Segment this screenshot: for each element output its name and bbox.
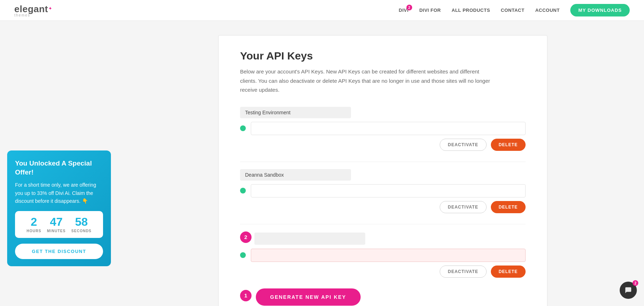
api-actions-3: DEACTIVATE DELETE (240, 266, 526, 278)
navbar: elegant✦ themes DIVI 2 DIVI FOR ALL PROD… (0, 0, 644, 21)
promo-panel: You Unlocked A Special Offer! For a shor… (7, 150, 111, 266)
api-actions-1: DEACTIVATE DELETE (240, 139, 526, 151)
promo-title: You Unlocked A Special Offer! (15, 159, 103, 177)
api-status-dot-3 (240, 252, 246, 258)
api-key-row-3 (240, 249, 526, 262)
deactivate-button-1[interactable]: DEACTIVATE (440, 139, 487, 151)
chat-icon (624, 286, 632, 294)
seconds-label: SECONDS (71, 229, 91, 233)
deactivate-button-2[interactable]: DEACTIVATE (440, 201, 487, 213)
timer-seconds: 58 SECONDS (71, 216, 91, 233)
generate-api-key-button[interactable]: GENERATE NEW API KEY (256, 288, 361, 306)
nav-divi[interactable]: DIVI 2 (399, 8, 409, 13)
timer-hours: 2 HOURS (26, 216, 41, 233)
divi-badge: 2 (406, 5, 412, 10)
chat-badge: 2 (633, 280, 638, 286)
my-downloads-button[interactable]: MY DOWNLOADS (570, 4, 630, 16)
delete-button-3[interactable]: DELETE (491, 266, 526, 278)
generate-btn-wrap: 1 GENERATE NEW API KEY (240, 288, 526, 306)
navbar-links: DIVI 2 DIVI FOR ALL PRODUCTS CONTACT ACC… (399, 4, 630, 16)
logo: elegant✦ themes (14, 4, 52, 17)
api-name-input-2[interactable] (240, 169, 351, 181)
divider-1 (240, 162, 526, 162)
api-entry-2: DEACTIVATE DELETE (240, 169, 526, 213)
api-entry-1: DEACTIVATE DELETE (240, 107, 526, 151)
step-badge-entry-3: 2 (240, 231, 252, 243)
seconds-value: 58 (71, 216, 91, 228)
page-title: Your API Keys (240, 50, 526, 62)
minutes-label: MINUTES (47, 229, 65, 233)
nav-account[interactable]: ACCOUNT (535, 8, 560, 13)
page-container: You Unlocked A Special Offer! For a shor… (89, 21, 555, 306)
promo-timer: 2 HOURS 47 MINUTES 58 SECONDS (15, 211, 103, 238)
api-key-field-2[interactable] (251, 184, 526, 197)
hours-label: HOURS (26, 229, 41, 233)
deactivate-button-3[interactable]: DEACTIVATE (440, 266, 487, 278)
content-area: Your API Keys Below are your account's A… (218, 35, 547, 306)
api-key-row-2 (240, 184, 526, 197)
minutes-value: 47 (47, 216, 65, 228)
chat-widget[interactable]: 2 (620, 282, 637, 299)
api-status-dot-2 (240, 188, 246, 193)
api-status-dot-1 (240, 125, 246, 131)
api-key-field-3[interactable] (251, 249, 526, 262)
delete-button-2[interactable]: DELETE (491, 201, 526, 213)
api-name-placeholder-3 (254, 233, 365, 245)
page-description: Below are your account's API Keys. New A… (240, 67, 491, 95)
promo-body: For a short time only, we are offering y… (15, 181, 103, 205)
timer-minutes: 47 MINUTES (47, 216, 65, 233)
nav-divi-for[interactable]: DIVI FOR (419, 8, 441, 13)
hours-value: 2 (26, 216, 41, 228)
api-entry-3: 2 DEACTIVATE DELETE (240, 231, 526, 278)
api-actions-2: DEACTIVATE DELETE (240, 201, 526, 213)
api-key-row-1 (240, 122, 526, 135)
divider-2 (240, 224, 526, 224)
delete-button-1[interactable]: DELETE (491, 139, 526, 151)
step-badge-generate: 1 (240, 290, 252, 301)
nav-all-products[interactable]: ALL PRODUCTS (452, 8, 490, 13)
api-key-field-1[interactable] (251, 122, 526, 135)
nav-contact[interactable]: CONTACT (501, 8, 525, 13)
get-discount-button[interactable]: GET THE DISCOUNT (15, 244, 103, 259)
api-name-input-1[interactable] (240, 107, 351, 118)
